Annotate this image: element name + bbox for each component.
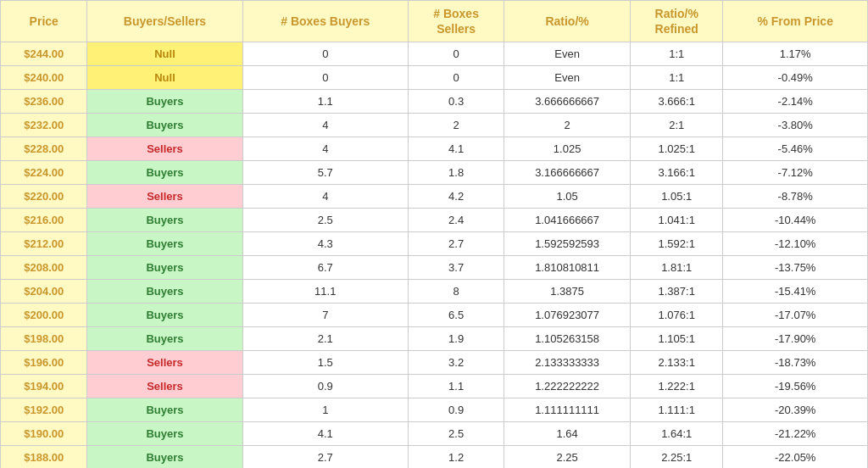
cell-boxes-sellers: 6.5 <box>408 304 504 327</box>
cell-ratio-refined: 1.592:1 <box>631 232 723 256</box>
cell-pct-from-price: -0.49% <box>723 66 868 90</box>
cell-boxes-sellers: 8 <box>408 280 504 304</box>
cell-price: $244.00 <box>1 42 87 66</box>
cell-ratio: 2.133333333 <box>504 351 631 375</box>
cell-ratio: Even <box>504 66 631 90</box>
table-row: $192.00Buyers10.91.1111111111.111:1-20.3… <box>1 398 868 422</box>
cell-boxes-buyers: 11.1 <box>242 280 408 304</box>
table-row: $208.00Buyers6.73.71.8108108111.81:1-13.… <box>1 256 868 280</box>
cell-price: $200.00 <box>1 304 87 327</box>
cell-boxes-sellers: 1.9 <box>408 327 504 351</box>
cell-ratio-refined: 1.387:1 <box>631 280 723 304</box>
cell-boxes-sellers: 0 <box>408 66 504 90</box>
table-row: $200.00Buyers76.51.0769230771.076:1-17.0… <box>1 304 868 327</box>
cell-ratio: 1.810810811 <box>504 256 631 280</box>
cell-buyers-sellers: Buyers <box>87 256 242 280</box>
cell-pct-from-price: -12.10% <box>723 232 868 256</box>
cell-boxes-buyers: 0 <box>242 66 408 90</box>
table-row: $232.00Buyers4222:1-3.80% <box>1 114 868 137</box>
cell-boxes-sellers: 1.1 <box>408 375 504 398</box>
cell-buyers-sellers: Buyers <box>87 232 242 256</box>
cell-ratio-refined: 1.64:1 <box>631 422 723 446</box>
cell-boxes-buyers: 7 <box>242 304 408 327</box>
cell-ratio-refined: 1.81:1 <box>631 256 723 280</box>
cell-pct-from-price: 1.17% <box>723 42 868 66</box>
cell-ratio: 3.666666667 <box>504 90 631 114</box>
cell-ratio: 1.05 <box>504 185 631 209</box>
cell-pct-from-price: -17.07% <box>723 304 868 327</box>
table-row: $212.00Buyers4.32.71.5925925931.592:1-12… <box>1 232 868 256</box>
cell-price: $220.00 <box>1 185 87 209</box>
table-row: $224.00Buyers5.71.83.1666666673.166:1-7.… <box>1 161 868 185</box>
cell-ratio: 1.222222222 <box>504 375 631 398</box>
cell-price: $236.00 <box>1 90 87 114</box>
cell-buyers-sellers: Buyers <box>87 327 242 351</box>
col-header-price: Price <box>1 1 87 42</box>
cell-ratio-refined: 2.133:1 <box>631 351 723 375</box>
cell-price: $198.00 <box>1 327 87 351</box>
cell-ratio-refined: 3.166:1 <box>631 161 723 185</box>
cell-boxes-buyers: 5.7 <box>242 161 408 185</box>
cell-buyers-sellers: Buyers <box>87 280 242 304</box>
cell-price: $212.00 <box>1 232 87 256</box>
cell-buyers-sellers: Null <box>87 42 242 66</box>
cell-boxes-sellers: 2.5 <box>408 422 504 446</box>
cell-pct-from-price: -8.78% <box>723 185 868 209</box>
cell-buyers-sellers: Buyers <box>87 446 242 468</box>
cell-price: $204.00 <box>1 280 87 304</box>
cell-ratio-refined: 2:1 <box>631 114 723 137</box>
cell-ratio: 1.3875 <box>504 280 631 304</box>
cell-boxes-sellers: 0 <box>408 42 504 66</box>
table-row: $240.00Null00Even1:1-0.49% <box>1 66 868 90</box>
cell-buyers-sellers: Buyers <box>87 398 242 422</box>
cell-buyers-sellers: Buyers <box>87 90 242 114</box>
col-header-pct-from-price: % From Price <box>723 1 868 42</box>
table-row: $188.00Buyers2.71.22.252.25:1-22.05% <box>1 446 868 468</box>
cell-ratio: Even <box>504 42 631 66</box>
col-header-buyers-sellers: Buyers/Sellers <box>87 1 242 42</box>
cell-price: $196.00 <box>1 351 87 375</box>
cell-boxes-buyers: 4.3 <box>242 232 408 256</box>
table-row: $236.00Buyers1.10.33.6666666673.666:1-2.… <box>1 90 868 114</box>
cell-boxes-sellers: 0.3 <box>408 90 504 114</box>
cell-ratio-refined: 1:1 <box>631 42 723 66</box>
col-header-boxes-sellers: # BoxesSellers <box>408 1 504 42</box>
cell-buyers-sellers: Buyers <box>87 422 242 446</box>
cell-boxes-sellers: 3.2 <box>408 351 504 375</box>
cell-pct-from-price: -13.75% <box>723 256 868 280</box>
cell-buyers-sellers: Buyers <box>87 161 242 185</box>
cell-price: $190.00 <box>1 422 87 446</box>
cell-pct-from-price: -5.46% <box>723 137 868 161</box>
cell-ratio-refined: 3.666:1 <box>631 90 723 114</box>
cell-ratio: 1.592592593 <box>504 232 631 256</box>
cell-boxes-sellers: 1.2 <box>408 446 504 468</box>
col-header-ratio: Ratio/% <box>504 1 631 42</box>
cell-buyers-sellers: Sellers <box>87 137 242 161</box>
cell-ratio: 1.076923077 <box>504 304 631 327</box>
cell-price: $228.00 <box>1 137 87 161</box>
cell-boxes-buyers: 1.1 <box>242 90 408 114</box>
cell-boxes-buyers: 4.1 <box>242 422 408 446</box>
cell-price: $188.00 <box>1 446 87 468</box>
cell-buyers-sellers: Null <box>87 66 242 90</box>
cell-price: $240.00 <box>1 66 87 90</box>
cell-ratio: 1.105263158 <box>504 327 631 351</box>
cell-ratio: 2 <box>504 114 631 137</box>
cell-buyers-sellers: Buyers <box>87 209 242 232</box>
cell-pct-from-price: -7.12% <box>723 161 868 185</box>
cell-boxes-buyers: 4 <box>242 137 408 161</box>
cell-price: $232.00 <box>1 114 87 137</box>
cell-boxes-sellers: 4.1 <box>408 137 504 161</box>
cell-boxes-buyers: 2.5 <box>242 209 408 232</box>
table-row: $196.00Sellers1.53.22.1333333332.133:1-1… <box>1 351 868 375</box>
cell-pct-from-price: -2.14% <box>723 90 868 114</box>
cell-pct-from-price: -22.05% <box>723 446 868 468</box>
cell-boxes-sellers: 4.2 <box>408 185 504 209</box>
cell-ratio: 2.25 <box>504 446 631 468</box>
table-row: $228.00Sellers44.11.0251.025:1-5.46% <box>1 137 868 161</box>
cell-boxes-buyers: 4 <box>242 185 408 209</box>
cell-ratio: 1.025 <box>504 137 631 161</box>
cell-pct-from-price: -10.44% <box>723 209 868 232</box>
cell-pct-from-price: -20.39% <box>723 398 868 422</box>
cell-pct-from-price: -17.90% <box>723 327 868 351</box>
